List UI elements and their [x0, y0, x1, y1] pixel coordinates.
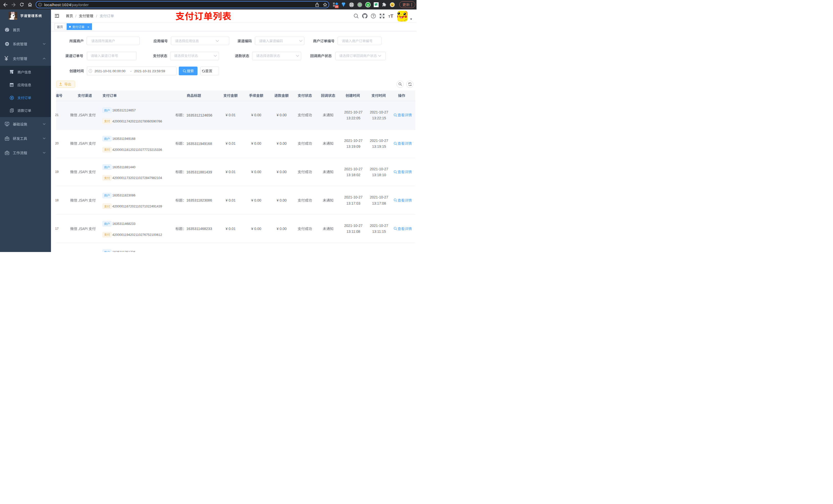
svg-text:y: y	[367, 3, 369, 7]
